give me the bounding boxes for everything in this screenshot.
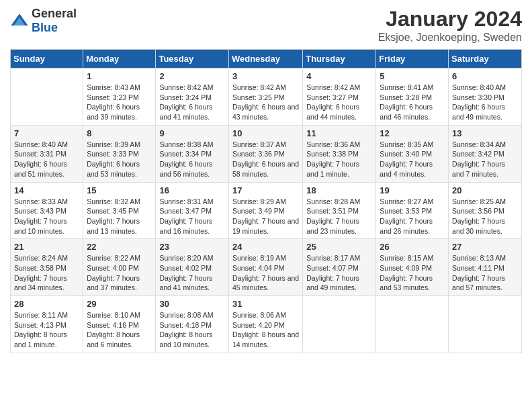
header-friday: Friday — [376, 50, 449, 68]
day-number: 9 — [159, 128, 225, 138]
day-number: 6 — [452, 71, 518, 81]
day-number: 27 — [452, 242, 518, 252]
logo-wordmark: General Blue — [32, 7, 77, 35]
day-info: Sunrise: 8:29 AMSunset: 3:49 PMDaylight:… — [232, 197, 299, 236]
calendar-cell: 3Sunrise: 8:42 AMSunset: 3:25 PMDaylight… — [228, 68, 302, 126]
day-number: 12 — [380, 128, 445, 138]
calendar-cell: 7Sunrise: 8:40 AMSunset: 3:31 PMDaylight… — [11, 125, 83, 182]
calendar-cell: 25Sunrise: 8:17 AMSunset: 4:07 PMDayligh… — [303, 239, 376, 296]
day-number: 15 — [87, 185, 152, 195]
location-title: Eksjoe, Joenkoeping, Sweden — [378, 32, 522, 44]
logo: General Blue — [10, 7, 77, 35]
day-number: 13 — [452, 128, 518, 138]
calendar-cell: 13Sunrise: 8:34 AMSunset: 3:42 PMDayligh… — [449, 125, 522, 182]
day-info: Sunrise: 8:06 AMSunset: 4:20 PMDaylight:… — [232, 310, 299, 350]
day-info: Sunrise: 8:41 AMSunset: 3:28 PMDaylight:… — [380, 83, 445, 122]
day-number: 10 — [232, 128, 299, 138]
day-number: 5 — [380, 71, 445, 81]
calendar-cell: 6Sunrise: 8:40 AMSunset: 3:30 PMDaylight… — [449, 68, 522, 126]
day-info: Sunrise: 8:36 AMSunset: 3:38 PMDaylight:… — [306, 140, 372, 179]
logo-general: General — [32, 7, 77, 20]
calendar-cell: 18Sunrise: 8:28 AMSunset: 3:51 PMDayligh… — [303, 182, 376, 239]
calendar-cell: 20Sunrise: 8:25 AMSunset: 3:56 PMDayligh… — [449, 182, 522, 239]
day-info: Sunrise: 8:19 AMSunset: 4:04 PMDaylight:… — [232, 253, 299, 293]
calendar-cell: 11Sunrise: 8:36 AMSunset: 3:38 PMDayligh… — [303, 125, 376, 182]
calendar-header-row: Sunday Monday Tuesday Wednesday Thursday… — [11, 50, 522, 68]
day-info: Sunrise: 8:43 AMSunset: 3:23 PMDaylight:… — [87, 83, 152, 122]
logo-blue: Blue — [32, 21, 58, 34]
day-info: Sunrise: 8:31 AMSunset: 3:47 PMDaylight:… — [159, 197, 225, 236]
calendar-cell: 12Sunrise: 8:35 AMSunset: 3:40 PMDayligh… — [376, 125, 449, 182]
calendar-week-3: 14Sunrise: 8:33 AMSunset: 3:43 PMDayligh… — [11, 182, 522, 239]
day-number: 31 — [232, 299, 299, 309]
day-info: Sunrise: 8:10 AMSunset: 4:16 PMDaylight:… — [87, 310, 152, 350]
header-thursday: Thursday — [303, 50, 376, 68]
day-number: 17 — [232, 185, 299, 195]
day-number: 2 — [159, 71, 225, 81]
calendar-week-4: 21Sunrise: 8:24 AMSunset: 3:58 PMDayligh… — [11, 239, 522, 296]
day-info: Sunrise: 8:37 AMSunset: 3:36 PMDaylight:… — [232, 140, 299, 179]
calendar-cell: 30Sunrise: 8:08 AMSunset: 4:18 PMDayligh… — [156, 296, 229, 353]
calendar-cell: 27Sunrise: 8:13 AMSunset: 4:11 PMDayligh… — [449, 239, 522, 296]
day-info: Sunrise: 8:13 AMSunset: 4:11 PMDaylight:… — [452, 253, 518, 293]
day-info: Sunrise: 8:40 AMSunset: 3:31 PMDaylight:… — [14, 140, 79, 179]
month-title: January 2024 — [378, 7, 522, 32]
calendar-cell: 31Sunrise: 8:06 AMSunset: 4:20 PMDayligh… — [228, 296, 302, 353]
calendar-week-5: 28Sunrise: 8:11 AMSunset: 4:13 PMDayligh… — [11, 296, 522, 353]
day-info: Sunrise: 8:40 AMSunset: 3:30 PMDaylight:… — [452, 83, 518, 122]
calendar-cell: 26Sunrise: 8:15 AMSunset: 4:09 PMDayligh… — [376, 239, 449, 296]
day-info: Sunrise: 8:42 AMSunset: 3:24 PMDaylight:… — [159, 83, 225, 122]
day-info: Sunrise: 8:08 AMSunset: 4:18 PMDaylight:… — [159, 310, 225, 350]
day-info: Sunrise: 8:34 AMSunset: 3:42 PMDaylight:… — [452, 140, 518, 179]
day-number: 11 — [306, 128, 372, 138]
calendar-cell: 19Sunrise: 8:27 AMSunset: 3:53 PMDayligh… — [376, 182, 449, 239]
day-number: 8 — [87, 128, 152, 138]
day-info: Sunrise: 8:38 AMSunset: 3:34 PMDaylight:… — [159, 140, 225, 179]
calendar-cell: 28Sunrise: 8:11 AMSunset: 4:13 PMDayligh… — [11, 296, 83, 353]
calendar-cell: 29Sunrise: 8:10 AMSunset: 4:16 PMDayligh… — [83, 296, 156, 353]
day-info: Sunrise: 8:28 AMSunset: 3:51 PMDaylight:… — [306, 197, 372, 236]
day-info: Sunrise: 8:42 AMSunset: 3:27 PMDaylight:… — [306, 83, 372, 122]
calendar-cell: 15Sunrise: 8:32 AMSunset: 3:45 PMDayligh… — [83, 182, 156, 239]
calendar-cell: 9Sunrise: 8:38 AMSunset: 3:34 PMDaylight… — [156, 125, 229, 182]
day-number: 25 — [306, 242, 372, 252]
day-info: Sunrise: 8:35 AMSunset: 3:40 PMDaylight:… — [380, 140, 445, 179]
header-monday: Monday — [83, 50, 156, 68]
day-number: 20 — [452, 185, 518, 195]
calendar-cell: 5Sunrise: 8:41 AMSunset: 3:28 PMDaylight… — [376, 68, 449, 126]
calendar-cell: 21Sunrise: 8:24 AMSunset: 3:58 PMDayligh… — [11, 239, 83, 296]
calendar-cell: 16Sunrise: 8:31 AMSunset: 3:47 PMDayligh… — [156, 182, 229, 239]
calendar-cell: 23Sunrise: 8:20 AMSunset: 4:02 PMDayligh… — [156, 239, 229, 296]
calendar-cell: 8Sunrise: 8:39 AMSunset: 3:33 PMDaylight… — [83, 125, 156, 182]
day-number: 23 — [159, 242, 225, 252]
day-number: 22 — [87, 242, 152, 252]
title-section: January 2024 Eksjoe, Joenkoeping, Sweden — [378, 7, 522, 44]
day-info: Sunrise: 8:32 AMSunset: 3:45 PMDaylight:… — [87, 197, 152, 236]
day-info: Sunrise: 8:15 AMSunset: 4:09 PMDaylight:… — [380, 253, 445, 293]
day-number: 4 — [306, 71, 372, 81]
logo-icon — [10, 11, 29, 30]
day-number: 1 — [87, 71, 152, 81]
header-sunday: Sunday — [11, 50, 83, 68]
day-number: 24 — [232, 242, 299, 252]
day-info: Sunrise: 8:20 AMSunset: 4:02 PMDaylight:… — [159, 253, 225, 293]
calendar-cell — [303, 296, 376, 353]
day-info: Sunrise: 8:42 AMSunset: 3:25 PMDaylight:… — [232, 83, 299, 122]
header-saturday: Saturday — [449, 50, 522, 68]
page-header: General Blue January 2024 Eksjoe, Joenko… — [10, 7, 522, 44]
calendar-week-1: 1Sunrise: 8:43 AMSunset: 3:23 PMDaylight… — [11, 68, 522, 126]
calendar-table: Sunday Monday Tuesday Wednesday Thursday… — [10, 49, 522, 353]
day-info: Sunrise: 8:24 AMSunset: 3:58 PMDaylight:… — [14, 253, 79, 293]
day-number: 7 — [14, 128, 79, 138]
calendar-cell: 14Sunrise: 8:33 AMSunset: 3:43 PMDayligh… — [11, 182, 83, 239]
calendar-cell: 17Sunrise: 8:29 AMSunset: 3:49 PMDayligh… — [228, 182, 302, 239]
day-info: Sunrise: 8:27 AMSunset: 3:53 PMDaylight:… — [380, 197, 445, 236]
day-number: 28 — [14, 299, 79, 309]
day-number: 19 — [380, 185, 445, 195]
calendar-cell: 4Sunrise: 8:42 AMSunset: 3:27 PMDaylight… — [303, 68, 376, 126]
calendar-week-2: 7Sunrise: 8:40 AMSunset: 3:31 PMDaylight… — [11, 125, 522, 182]
day-info: Sunrise: 8:25 AMSunset: 3:56 PMDaylight:… — [452, 197, 518, 236]
day-info: Sunrise: 8:17 AMSunset: 4:07 PMDaylight:… — [306, 253, 372, 293]
day-number: 14 — [14, 185, 79, 195]
calendar-cell: 24Sunrise: 8:19 AMSunset: 4:04 PMDayligh… — [228, 239, 302, 296]
